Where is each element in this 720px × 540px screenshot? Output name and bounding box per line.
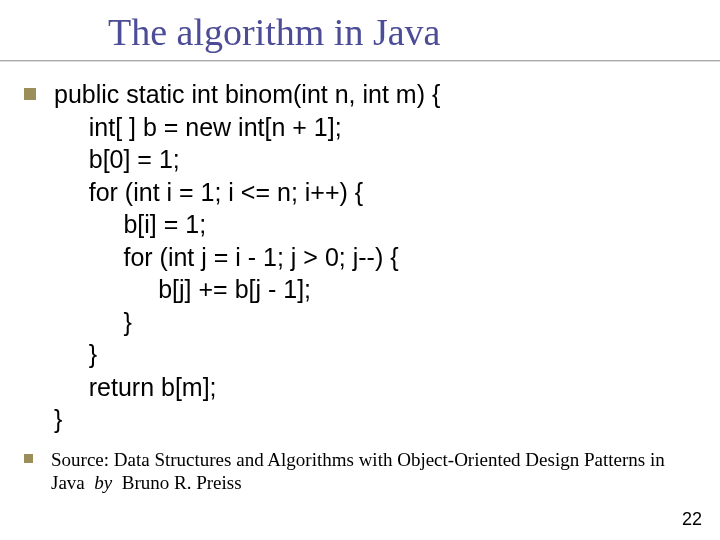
source-author: Bruno R. Preiss (122, 472, 242, 493)
source-citation: Source: Data Structures and Algorithms w… (51, 448, 691, 496)
title-underline (0, 60, 720, 62)
code-line: public static int binom(int n, int m) { (54, 80, 440, 108)
slide-body: public static int binom(int n, int m) { … (24, 78, 696, 495)
code-line: b[i] = 1; (54, 210, 206, 238)
code-line: return b[m]; (54, 373, 217, 401)
code-block: public static int binom(int n, int m) { … (54, 78, 440, 436)
source-by: by (94, 472, 112, 493)
code-line: b[0] = 1; (54, 145, 180, 173)
code-line: for (int i = 1; i <= n; i++) { (54, 178, 363, 206)
code-line: for (int j = i - 1; j > 0; j--) { (54, 243, 399, 271)
slide-title: The algorithm in Java (108, 10, 440, 54)
square-bullet-icon (24, 88, 36, 100)
code-line: b[j] += b[j - 1]; (54, 275, 311, 303)
page-number: 22 (682, 509, 702, 530)
code-line: } (54, 405, 62, 433)
code-line: int[ ] b = new int[n + 1]; (54, 113, 342, 141)
code-line: } (54, 308, 132, 336)
code-line: } (54, 340, 97, 368)
bullet-item-source: Source: Data Structures and Algorithms w… (24, 448, 696, 496)
square-bullet-icon (24, 454, 33, 463)
bullet-item-code: public static int binom(int n, int m) { … (24, 78, 696, 436)
